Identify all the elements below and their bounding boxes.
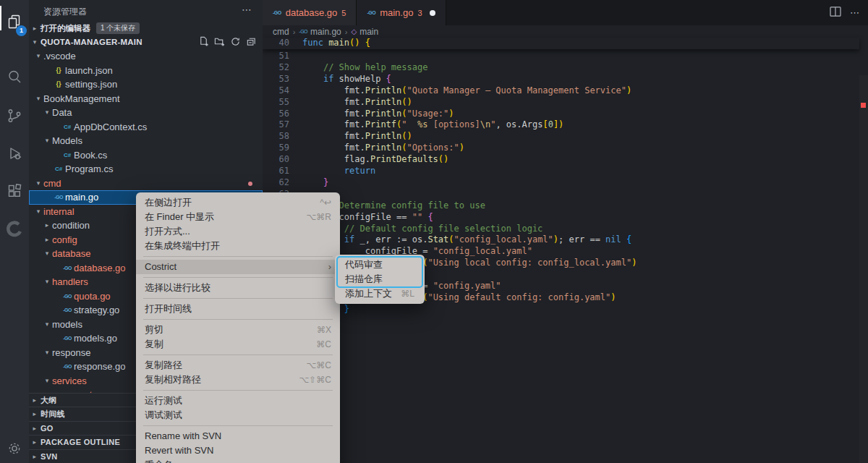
tree-item[interactable]: {}settings.json: [29, 77, 263, 92]
folder-chevron-icon: ▾: [42, 318, 52, 332]
context-menu-item[interactable]: 在集成终端中打开: [136, 239, 340, 253]
context-menu-item[interactable]: 重命名↩: [136, 458, 340, 463]
panel-chevron-icon: ▸: [29, 407, 41, 420]
code-line: 56 fmt.Println("Usage:"): [263, 109, 868, 120]
submenu-item[interactable]: 扫描仓库: [335, 272, 425, 286]
line-number: 61: [263, 166, 289, 177]
search-icon[interactable]: [0, 61, 29, 93]
menu-item-label: 重命名: [145, 458, 173, 463]
context-menu-item[interactable]: 复制路径⌥⌘C: [136, 358, 340, 373]
context-menu-item[interactable]: Costrict›: [136, 260, 340, 274]
cs-file-icon: C#: [52, 162, 65, 177]
open-editors-header[interactable]: ▸ 打开的编辑器 1 个未保存: [29, 22, 263, 35]
context-menu: 在侧边打开^↩在 Finder 中显示⌥⌘R打开方式...在集成终端中打开Cos…: [136, 192, 340, 463]
code-editor[interactable]: 40func main() { 5152 // Show help messag…: [263, 38, 868, 463]
breadcrumb-item[interactable]: ◇main: [351, 27, 378, 37]
unsaved-badge: 1 个未保存: [96, 22, 140, 34]
line-text: fmt.Println("Usage:"): [302, 109, 454, 120]
context-menu-item[interactable]: 打开时间线: [136, 302, 340, 316]
tree-item[interactable]: ▾Models: [29, 134, 263, 148]
sidebar-title: 资源管理器: [43, 6, 87, 18]
folder-chevron-icon: ▾: [42, 374, 52, 388]
context-menu-item[interactable]: 打开方式...: [136, 224, 340, 239]
source-control-icon[interactable]: [0, 100, 29, 132]
tree-item[interactable]: C#AppDbContext.cs: [29, 120, 263, 135]
context-menu-item[interactable]: Revert with SVN: [136, 443, 340, 458]
tree-item-label: Models: [52, 134, 82, 148]
vscode-window: 1: [0, 0, 868, 463]
go-file-icon: -GO: [61, 303, 74, 318]
breadcrumb-item[interactable]: cmd: [273, 27, 289, 37]
explorer-icon[interactable]: 1: [0, 6, 29, 38]
breadcrumb-label: main.go: [310, 27, 341, 37]
code-line: 58 fmt.Println(): [263, 131, 868, 143]
project-root-header[interactable]: ▾ QUOTA-MANAGER-MAIN: [29, 35, 263, 49]
context-menu-item[interactable]: 运行测试: [136, 394, 340, 408]
context-menu-item[interactable]: 在 Finder 中显示⌥⌘R: [136, 210, 340, 224]
editor-group[interactable]: -GOdatabase.go5-GOmain.go3 ⋯ cmd›-GOmain…: [263, 0, 868, 463]
line-number: 59: [263, 143, 289, 154]
menu-item-label: 剪切: [145, 323, 163, 337]
panel-label: SVN: [41, 450, 58, 463]
menu-separator: [136, 295, 340, 302]
menu-item-label: 调试测试: [145, 408, 182, 422]
menu-separator: [136, 387, 340, 394]
tab-problem-count: 3: [417, 9, 422, 17]
context-menu-item[interactable]: 剪切⌘X: [136, 323, 340, 337]
overview-ruler[interactable]: [859, 75, 868, 463]
symbol-icon: ◇: [351, 27, 357, 35]
menu-item-shortcut: ⌥⌘R: [307, 210, 332, 224]
context-menu-item[interactable]: 调试测试: [136, 408, 340, 422]
tree-item-label: Program.cs: [65, 162, 113, 177]
menu-separator: [136, 316, 340, 323]
tree-item[interactable]: ▾cmd: [29, 177, 263, 191]
run-debug-icon[interactable]: [0, 137, 29, 169]
line-text: fmt.Println("Quota Manager — Quota Manag…: [302, 85, 631, 97]
explorer-badge: 1: [16, 25, 27, 36]
menu-item-shortcut: ⌥⌘C: [307, 358, 332, 373]
tab-bar: -GOdatabase.go5-GOmain.go3: [263, 0, 868, 25]
context-menu-item[interactable]: 复制⌘C: [136, 337, 340, 352]
settings-gear-icon[interactable]: [0, 433, 29, 463]
menu-item-label: 复制路径: [145, 358, 182, 373]
refresh-icon[interactable]: [230, 36, 241, 47]
editor-tab[interactable]: -GOdatabase.go5: [263, 0, 357, 25]
code-line: 74 }: [263, 315, 868, 327]
split-editor-icon[interactable]: [830, 7, 841, 19]
new-folder-icon[interactable]: [214, 36, 225, 47]
folder-chevron-icon: ▾: [42, 275, 52, 289]
tree-item[interactable]: C#Book.cs: [29, 148, 263, 163]
tree-item[interactable]: {}launch.json: [29, 64, 263, 78]
collapse-all-icon[interactable]: [246, 36, 257, 47]
costrict-icon[interactable]: [0, 213, 29, 245]
submenu-item[interactable]: 添加上下文⌘L: [335, 286, 425, 301]
line-text: if _, err := os.Stat("config_local.yaml"…: [302, 234, 631, 246]
line-number: 54: [263, 85, 289, 97]
cs-file-icon: C#: [61, 148, 74, 163]
dirty-dot-icon: [430, 10, 435, 16]
context-menu-item[interactable]: 在侧边打开^↩: [136, 195, 340, 210]
new-file-icon[interactable]: [198, 36, 209, 47]
menu-item-shortcut: ⌥⇧⌘C: [299, 373, 331, 387]
panel-label: 大纲: [41, 394, 57, 407]
editor-tab[interactable]: -GOmain.go3: [357, 0, 446, 25]
context-menu-item[interactable]: 选择以进行比较: [136, 281, 340, 295]
tree-item[interactable]: ▾BookManagement: [29, 92, 263, 106]
go-file-icon: -GO: [367, 10, 375, 15]
context-menu-item[interactable]: Rename with SVN: [136, 429, 340, 443]
context-menu-item[interactable]: 复制相对路径⌥⇧⌘C: [136, 373, 340, 387]
tree-item[interactable]: ▾Data: [29, 106, 263, 120]
menu-item-label: 复制相对路径: [145, 373, 201, 387]
panel-label: GO: [41, 422, 54, 435]
editor-more-icon[interactable]: ⋯: [850, 7, 859, 18]
sidebar-more-icon[interactable]: ⋯: [242, 4, 252, 15]
tree-item[interactable]: ▾.vscode: [29, 49, 263, 64]
extensions-icon[interactable]: [0, 175, 29, 207]
submenu-item[interactable]: 代码审查: [335, 258, 425, 272]
tree-item-label: internal: [43, 205, 75, 219]
menu-item-shortcut: ↩: [324, 458, 331, 463]
menu-item-label: 在侧边打开: [145, 195, 192, 210]
tree-item-label: .vscode: [43, 49, 76, 64]
breadcrumb-item[interactable]: -GOmain.go: [299, 27, 341, 37]
tree-item[interactable]: C#Program.cs: [29, 162, 263, 177]
